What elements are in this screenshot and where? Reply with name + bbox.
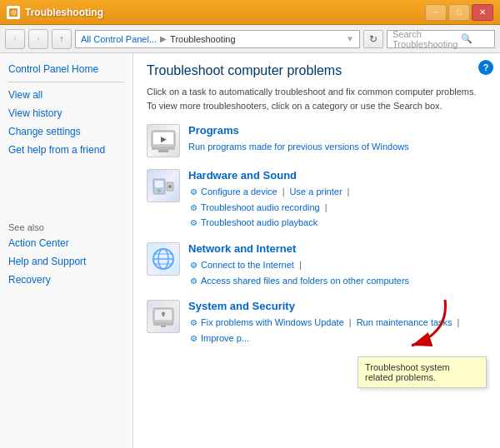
up-button[interactable]: ↑ bbox=[52, 29, 72, 49]
hardware-links: ⚙ Configure a device | Use a printer | ⚙… bbox=[188, 184, 487, 231]
programs-title[interactable]: Programs bbox=[188, 124, 487, 137]
security-content: System and Security ⚙ Fix problems with … bbox=[188, 300, 487, 346]
back-button[interactable]: ‹ bbox=[5, 29, 25, 49]
forward-button[interactable]: › bbox=[28, 29, 48, 49]
sidebar: Control Panel Home View all View history… bbox=[0, 53, 133, 448]
gear-icon-2: ⚙ bbox=[188, 202, 198, 212]
programs-links: Run programs made for previous versions … bbox=[188, 139, 487, 155]
tooltip: Troubleshoot system related problems. bbox=[358, 356, 487, 388]
gear-icon-3: ⚙ bbox=[188, 218, 198, 228]
sidebar-get-help[interactable]: Get help from a friend bbox=[8, 144, 124, 156]
refresh-button[interactable]: ↻ bbox=[363, 30, 383, 48]
app-icon: ⚙ bbox=[7, 6, 20, 19]
content-title: Troubleshoot computer problems bbox=[147, 63, 487, 78]
sidebar-control-panel-home[interactable]: Control Panel Home bbox=[8, 63, 124, 75]
sidebar-action-center[interactable]: Action Center bbox=[8, 237, 124, 249]
path-sep-1: ▶ bbox=[160, 34, 167, 43]
title-bar: ⚙ Troubleshooting ─ □ ✕ bbox=[0, 0, 500, 25]
gear-icon-1: ⚙ bbox=[188, 187, 198, 197]
category-programs: ▶ Programs Run programs made for previou… bbox=[147, 124, 487, 157]
search-box[interactable]: Search Troubleshooting 🔍 bbox=[387, 30, 495, 48]
svg-point-9 bbox=[158, 189, 161, 192]
gear-icon-6: ⚙ bbox=[188, 318, 198, 328]
svg-rect-19 bbox=[153, 323, 173, 326]
sidebar-divider-1 bbox=[8, 82, 124, 82]
content-area: ? Troubleshoot computer problems Click o… bbox=[133, 53, 500, 448]
window-controls: ─ □ ✕ bbox=[425, 4, 493, 21]
category-security: System and Security ⚙ Fix problems with … bbox=[147, 300, 487, 346]
main-layout: Control Panel Home View all View history… bbox=[0, 53, 500, 448]
gear-icon-5: ⚙ bbox=[188, 276, 198, 286]
hardware-content: Hardware and Sound ⚙ Configure a device … bbox=[188, 169, 487, 231]
see-also-label: See also bbox=[8, 222, 124, 232]
security-windows-update[interactable]: Fix problems with Windows Update bbox=[201, 315, 344, 331]
window-title: Troubleshooting bbox=[25, 7, 103, 18]
hardware-audio-playback[interactable]: Troubleshoot audio playback bbox=[201, 215, 318, 231]
sidebar-view-all[interactable]: View all bbox=[8, 89, 124, 101]
programs-content: Programs Run programs made for previous … bbox=[188, 124, 487, 155]
maximize-button[interactable]: □ bbox=[448, 4, 470, 21]
hardware-title[interactable]: Hardware and Sound bbox=[188, 169, 487, 182]
hardware-audio-recording[interactable]: Troubleshoot audio recording bbox=[201, 200, 320, 216]
address-bar: ‹ › ↑ All Control Panel... ▶ Troubleshoo… bbox=[0, 25, 500, 53]
network-connect[interactable]: Connect to the Internet bbox=[201, 257, 294, 273]
search-placeholder: Search Troubleshooting bbox=[392, 29, 458, 49]
help-button[interactable]: ? bbox=[478, 60, 493, 75]
gear-icon-4: ⚙ bbox=[188, 260, 198, 270]
tooltip-text: Troubleshoot system related problems. bbox=[365, 362, 450, 382]
content-description: Click on a task to automatically trouble… bbox=[147, 85, 487, 112]
category-network: Network and Internet ⚙ Connect to the In… bbox=[147, 242, 487, 288]
network-links: ⚙ Connect to the Internet | ⚙ Access sha… bbox=[188, 257, 487, 288]
svg-rect-20 bbox=[161, 326, 166, 327]
path-troubleshooting: Troubleshooting bbox=[170, 34, 235, 44]
svg-text:▶: ▶ bbox=[161, 135, 167, 143]
sidebar-change-settings[interactable]: Change settings bbox=[8, 126, 124, 137]
dropdown-icon: ▼ bbox=[346, 34, 354, 43]
category-hardware: Hardware and Sound ⚙ Configure a device … bbox=[147, 169, 487, 231]
security-improve[interactable]: Improve p... bbox=[201, 331, 249, 346]
security-title[interactable]: System and Security bbox=[188, 300, 487, 312]
svg-rect-5 bbox=[158, 150, 168, 152]
svg-text:⚙: ⚙ bbox=[11, 9, 17, 17]
search-icon: 🔍 bbox=[461, 33, 489, 44]
network-shared-files[interactable]: Access shared files and folders on other… bbox=[201, 273, 409, 289]
path-control-panel[interactable]: All Control Panel... bbox=[81, 34, 157, 44]
address-path[interactable]: All Control Panel... ▶ Troubleshooting ▼ bbox=[75, 30, 360, 48]
programs-sublink-1[interactable]: Run programs made for previous versions … bbox=[188, 142, 409, 152]
security-links: ⚙ Fix problems with Windows Update | Run… bbox=[188, 315, 487, 346]
svg-point-11 bbox=[168, 185, 172, 188]
network-icon bbox=[147, 242, 180, 276]
security-maintenance[interactable]: Run maintenance tasks bbox=[357, 315, 452, 331]
hardware-configure[interactable]: Configure a device bbox=[201, 184, 278, 200]
security-icon bbox=[147, 300, 180, 333]
sidebar-view-history[interactable]: View history bbox=[8, 107, 124, 119]
network-title[interactable]: Network and Internet bbox=[188, 242, 487, 255]
svg-rect-8 bbox=[155, 181, 163, 187]
minimize-button[interactable]: ─ bbox=[425, 4, 447, 21]
programs-icon: ▶ bbox=[147, 124, 180, 157]
hardware-icon bbox=[147, 169, 180, 202]
title-bar-left: ⚙ Troubleshooting bbox=[7, 6, 103, 19]
network-content: Network and Internet ⚙ Connect to the In… bbox=[188, 242, 487, 288]
svg-rect-4 bbox=[152, 147, 175, 150]
gear-icon-7: ⚙ bbox=[188, 333, 198, 343]
sidebar-help-support[interactable]: Help and Support bbox=[8, 256, 124, 267]
sidebar-recovery[interactable]: Recovery bbox=[8, 274, 124, 286]
hardware-printer[interactable]: Use a printer bbox=[290, 184, 342, 200]
close-button[interactable]: ✕ bbox=[472, 4, 493, 21]
